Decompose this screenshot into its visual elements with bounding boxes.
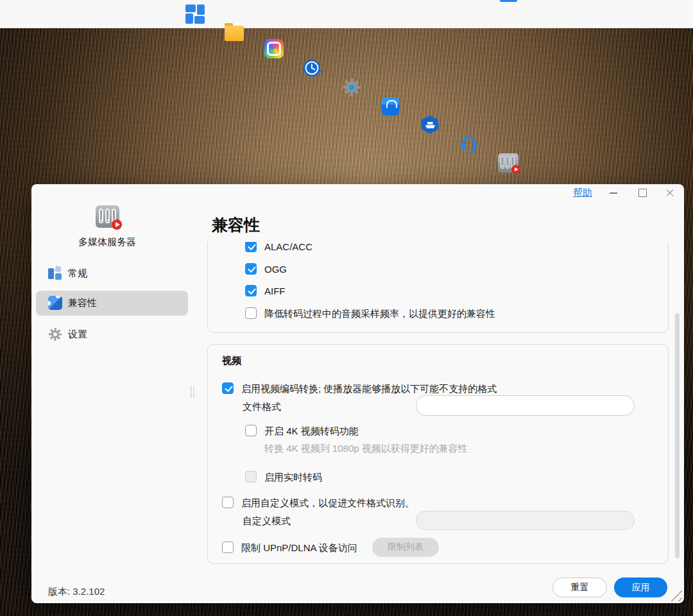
headset-icon[interactable]: [459, 134, 479, 153]
desktop: 帮助 多媒体服务器 常规 兼容性: [0, 0, 693, 616]
desktop-tiles-icon[interactable]: [185, 4, 205, 24]
enable-video-transcoding-checkbox[interactable]: [222, 382, 234, 394]
checkbox-label: 启用自定义模式，以促进文件格式识别。: [241, 497, 415, 509]
sidebar-item-label: 常规: [68, 268, 87, 280]
minimize-icon[interactable]: [604, 184, 623, 201]
checkbox-label: 降低转码过程中的音频采样频率，以提供更好的兼容性: [264, 308, 495, 320]
play-badge-icon: [112, 219, 122, 230]
sidebar-item-label: 兼容性: [68, 297, 97, 309]
sidebar-item-label: 设置: [68, 329, 87, 341]
restrict-upnp-checkbox[interactable]: [222, 542, 234, 553]
custom-mode-checkbox[interactable]: [222, 497, 234, 508]
checkbox-label: OGG: [264, 264, 287, 275]
sidebar-item-settings[interactable]: 设置: [36, 322, 188, 347]
checkbox-label: 限制 UPnP/DLNA 设备访问: [241, 542, 357, 554]
help-link[interactable]: 帮助: [573, 187, 592, 199]
checkbox-label: 启用实时转码: [264, 472, 322, 484]
video-panel: 视频 启用视频编码转换; 使播放器能够播放以下可能不支持的格式 文件格式 开启 …: [207, 344, 669, 564]
app-logo: [96, 205, 119, 228]
multimedia-server-window: 帮助 多媒体服务器 常规 兼容性: [31, 184, 684, 603]
enable-4k-transcoding-checkbox[interactable]: [245, 425, 257, 436]
multimedia-server-icon[interactable]: [498, 153, 518, 173]
puzzle-icon: [48, 296, 62, 310]
file-format-label: 文件格式: [243, 401, 281, 413]
system-settings-gear-icon[interactable]: [342, 78, 361, 97]
ogg-checkbox[interactable]: [245, 263, 257, 275]
audio-formats-panel: ALAC/ACC OGG AIFF 降低转码过程中的音频采样频率，以提供更好的兼…: [207, 242, 669, 333]
taskbar: [0, 0, 693, 28]
gear-icon: [48, 327, 62, 341]
video-section-header: 视频: [222, 355, 241, 367]
maximize-icon[interactable]: [633, 184, 652, 201]
active-app-indicator: [500, 0, 517, 2]
vertical-scrollbar-thumb[interactable]: [675, 313, 680, 558]
custom-pattern-input: [416, 511, 635, 530]
alac-acc-checkbox[interactable]: [245, 242, 257, 252]
play-badge-icon: [511, 165, 520, 174]
reset-button[interactable]: 重置: [552, 578, 607, 597]
checkbox-label: 开启 4K 视频转码功能: [264, 425, 359, 438]
hint-4k-text: 转换 4K 视频到 1080p 视频以获得更好的兼容性: [264, 443, 468, 455]
file-format-input[interactable]: [416, 395, 635, 416]
sidebar-item-general[interactable]: 常规: [36, 261, 188, 286]
checkbox-label: ALAC/ACC: [264, 242, 312, 252]
clock-icon[interactable]: [303, 58, 322, 78]
realtime-transcoding-checkbox: [245, 471, 257, 483]
sidebar-splitter-handle[interactable]: [191, 386, 194, 398]
restrict-list-button: 限制列表: [372, 538, 439, 557]
downsample-audio-checkbox[interactable]: [245, 307, 257, 319]
checkbox-label: AIFF: [264, 286, 286, 296]
version-text: 版本: 3.2.102: [48, 586, 105, 598]
settings-scroll-area: ALAC/ACC OGG AIFF 降低转码过程中的音频采样频率，以提供更好的兼…: [207, 242, 671, 568]
custom-pattern-label: 自定义模式: [243, 515, 291, 527]
apply-button[interactable]: 应用: [614, 578, 667, 597]
app-store-icon[interactable]: [382, 98, 399, 116]
app-name: 多媒体服务器: [43, 236, 171, 248]
window-resize-grip[interactable]: [669, 588, 682, 601]
squares-icon: [48, 266, 62, 280]
aiff-checkbox[interactable]: [245, 285, 257, 296]
file-manager-icon[interactable]: [225, 26, 244, 41]
sidebar-item-compatibility[interactable]: 兼容性: [36, 291, 188, 316]
page-title: 兼容性: [212, 214, 260, 235]
close-icon[interactable]: [660, 184, 680, 201]
checkbox-label: 启用视频编码转换; 使播放器能够播放以下可能不支持的格式: [241, 383, 497, 395]
photos-icon[interactable]: [264, 39, 284, 58]
